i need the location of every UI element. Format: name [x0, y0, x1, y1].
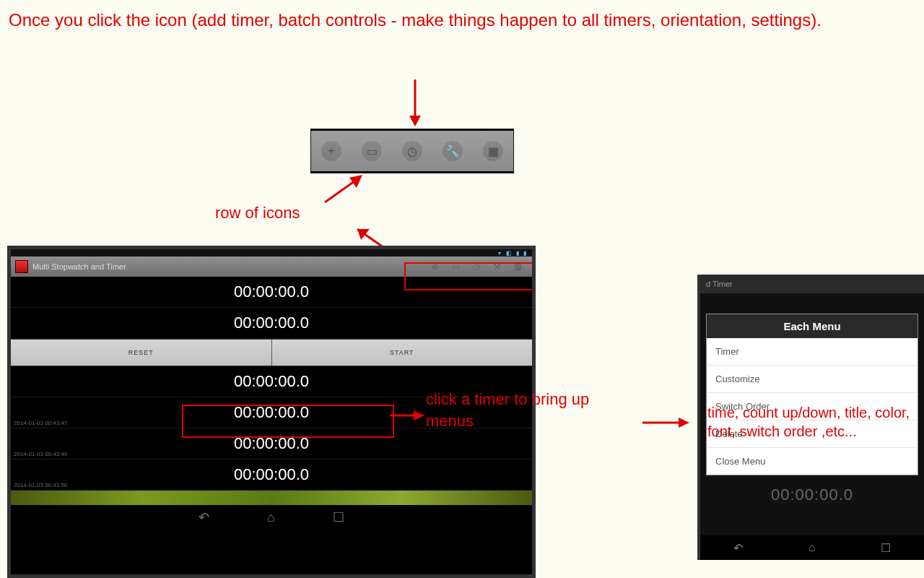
- annotation-top: Once you click the icon (add timer, batc…: [9, 9, 875, 32]
- app-icon[interactable]: ▦: [514, 262, 522, 272]
- menu-item-customize[interactable]: Customize: [707, 366, 918, 393]
- annotation-menu-desc: time, count up/down, title, color, font,…: [707, 403, 924, 441]
- timer-row[interactable]: 00:00:00.0: [11, 277, 532, 308]
- menu-item-timer[interactable]: Timer: [707, 338, 918, 366]
- timer-row[interactable]: 00:00:00.02014-01-03 00:43:50: [11, 460, 532, 491]
- phone-nav-bar: ↶ ⌂ ☐: [700, 535, 924, 560]
- button-row: RESET START: [11, 339, 532, 366]
- back-icon[interactable]: ↶: [733, 541, 743, 555]
- app-bar: Multi Stopwatch and Timer ⊕ ▭ ◷ ⚒ ▦: [11, 256, 532, 277]
- clock-icon[interactable]: ◷: [402, 141, 422, 161]
- timestamp: 2014-01-03 00:43:49: [14, 451, 67, 457]
- annotation-row-of-icons: row of icons: [215, 202, 300, 224]
- nav-bar: ↶ ⌂ ☐: [11, 505, 532, 530]
- reset-button[interactable]: RESET: [11, 340, 272, 366]
- menu-item-close[interactable]: Close Menu: [707, 448, 918, 475]
- svg-marker-9: [679, 418, 689, 428]
- svg-marker-5: [357, 229, 370, 240]
- svg-line-2: [325, 179, 357, 202]
- start-button[interactable]: START: [272, 340, 533, 366]
- wrench-icon[interactable]: 🔧: [443, 141, 463, 161]
- wrench-icon[interactable]: ⚒: [493, 262, 501, 272]
- timestamp: 2014-01-03 00:43:50: [14, 482, 67, 488]
- phone-app-bar: d Timer: [700, 275, 924, 293]
- toolbar-icons: ⊕ ▭ ◷ ⚒ ▦: [432, 256, 529, 277]
- plus-icon[interactable]: +: [321, 141, 341, 161]
- svg-marker-1: [409, 116, 421, 126]
- timer-row[interactable]: 00:00:00.0: [11, 308, 532, 339]
- context-menu: Each Menu Timer Customize Switch Order D…: [706, 314, 918, 475]
- monitor-icon[interactable]: ▭: [452, 262, 460, 272]
- arrow-to-menu: [642, 412, 693, 436]
- svg-marker-3: [349, 175, 362, 188]
- home-icon[interactable]: ⌂: [267, 510, 275, 525]
- home-icon[interactable]: ⌂: [808, 541, 816, 554]
- back-icon[interactable]: ↶: [199, 509, 209, 525]
- monitor-icon[interactable]: ▭: [362, 141, 382, 161]
- svg-marker-7: [414, 410, 424, 420]
- arrow-right-timer: [390, 405, 426, 429]
- status-bar: ▾ ◧ ▮ ▮: [11, 249, 532, 256]
- clock-icon[interactable]: ◷: [473, 262, 480, 272]
- phone-timer-display: 00:00:00.0: [700, 481, 924, 509]
- recent-icon[interactable]: ☐: [333, 509, 344, 525]
- toolbar-zoom: + ▭ ◷ 🔧 ▦: [310, 129, 514, 173]
- app-title: Multi Stopwatch and Timer: [32, 262, 126, 271]
- recent-icon[interactable]: ☐: [881, 541, 891, 555]
- app-icon[interactable]: ▦: [483, 141, 503, 161]
- annotation-click-timer: click a timer to bring up menus: [426, 389, 628, 431]
- timer-row[interactable]: 00:00:00.02014-01-03 00:43:49: [11, 428, 532, 460]
- plus-icon[interactable]: ⊕: [432, 262, 439, 272]
- timestamp: 2014-01-03 00:43:47: [14, 420, 67, 426]
- arrow-down-icon: [404, 79, 426, 131]
- app-logo-icon: [15, 260, 28, 273]
- arrow-to-iconbar: [318, 173, 375, 212]
- footer-image: [11, 491, 532, 505]
- menu-title: Each Menu: [707, 314, 918, 338]
